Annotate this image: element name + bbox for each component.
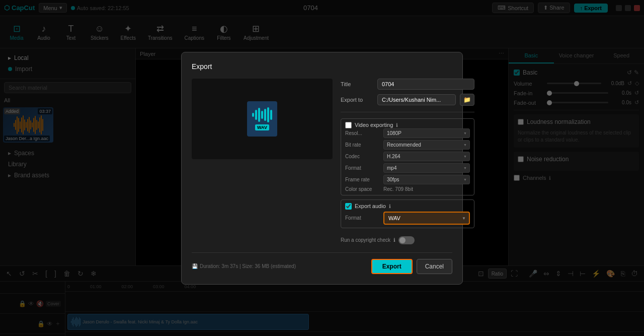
copyright-toggle[interactable] [398,236,415,244]
wav-format-label: WAV [255,124,269,130]
export-path-input[interactable] [377,94,456,105]
copyright-info-icon: ℹ [393,237,395,243]
modal-divider-1 [341,112,474,112]
colorspace-row: Color space Rec. 709 8bit [345,186,470,192]
copyright-label: Run a copyright check [341,237,390,243]
format-select-wrapper: mp4 mov avi [383,163,470,173]
resolution-select-wrapper: 1080P 720P 2K 4K [383,128,470,138]
cancel-button[interactable]: Cancel [417,259,452,274]
format-label: Format [345,165,380,171]
modal-preview: WAV [192,79,333,159]
wav-bars [252,107,272,122]
copyright-row: Run a copyright check ℹ [341,236,474,244]
codec-select[interactable]: H.264 H.265 ProRes [383,152,470,161]
audio-section: Export audio ℹ Format WAV MP3 AAC FLAC [341,199,474,228]
bitrate-row: Bit rate Recommended Low Medium High [345,140,470,150]
bitrate-select-wrapper: Recommended Low Medium High [383,140,470,150]
modal-footer: 💾 Duration: 3m 37s | Size: 36 MB (estima… [192,252,452,274]
audio-format-row: Format WAV MP3 AAC FLAC [345,212,470,225]
export-modal: Export WAV [181,52,463,285]
framerate-select[interactable]: 30fps 24fps 25fps 60fps [383,175,470,184]
modal-fields: Title Export to 📁 Video exporting ℹ [341,79,474,244]
modal-overlay: Export WAV [0,0,644,336]
codec-select-wrapper: H.264 H.265 ProRes [383,152,470,161]
duration-label: Duration: 3m 37s | Size: 36 MB (estimate… [200,263,296,269]
format-row: Format mp4 mov avi [345,163,470,173]
video-section: Video exporting ℹ Resol... 1080P 720P 2K [341,118,474,195]
audio-info-icon: ℹ [389,204,391,209]
modal-body: WAV Title Export to 📁 [192,79,452,244]
footer-info: 💾 Duration: 3m 37s | Size: 36 MB (estima… [192,263,367,269]
video-checkbox-row: Video exporting ℹ [345,122,470,128]
wav-select-wrapper: WAV MP3 AAC FLAC [383,212,470,225]
export-to-row: Export to 📁 [341,94,474,106]
format-select[interactable]: mp4 mov avi [383,163,470,173]
codec-row: Codec H.264 H.265 ProRes [345,152,470,161]
audio-export-label: Export audio [355,203,386,209]
browse-button[interactable]: 📁 [460,94,474,106]
framerate-select-wrapper: 30fps 24fps 25fps 60fps [383,175,470,184]
resolution-label: Resol... [345,130,380,136]
footer-buttons: Export Cancel [371,259,452,274]
title-field-label: Title [341,81,373,87]
framerate-label: Frame rate [345,177,380,182]
resolution-row: Resol... 1080P 720P 2K 4K [345,128,470,138]
disk-icon: 💾 [192,263,198,269]
video-info-icon: ℹ [396,122,398,128]
video-export-checkbox[interactable] [345,122,352,128]
audio-format-select[interactable]: WAV MP3 AAC FLAC [383,212,470,225]
title-input[interactable] [377,79,474,90]
video-export-label: Video exporting [355,122,393,128]
colorspace-value: Rec. 709 8bit [383,186,413,192]
audio-export-checkbox[interactable] [345,203,352,210]
audio-format-label: Format [345,215,380,221]
bitrate-select[interactable]: Recommended Low Medium High [383,140,470,150]
bitrate-label: Bit rate [345,142,380,148]
modal-title: Export [192,62,452,71]
toggle-thumb [399,237,406,243]
export-to-label: Export to [341,97,373,103]
colorspace-label: Color space [345,186,380,192]
codec-label: Codec [345,154,380,159]
video-fields: Resol... 1080P 720P 2K 4K [345,128,470,192]
audio-checkbox-row: Export audio ℹ [345,203,470,210]
framerate-row: Frame rate 30fps 24fps 25fps 60fps [345,175,470,184]
resolution-select[interactable]: 1080P 720P 2K 4K [383,128,470,138]
export-button[interactable]: Export [371,259,413,274]
wav-icon: WAV [247,101,277,137]
title-row: Title [341,79,474,90]
